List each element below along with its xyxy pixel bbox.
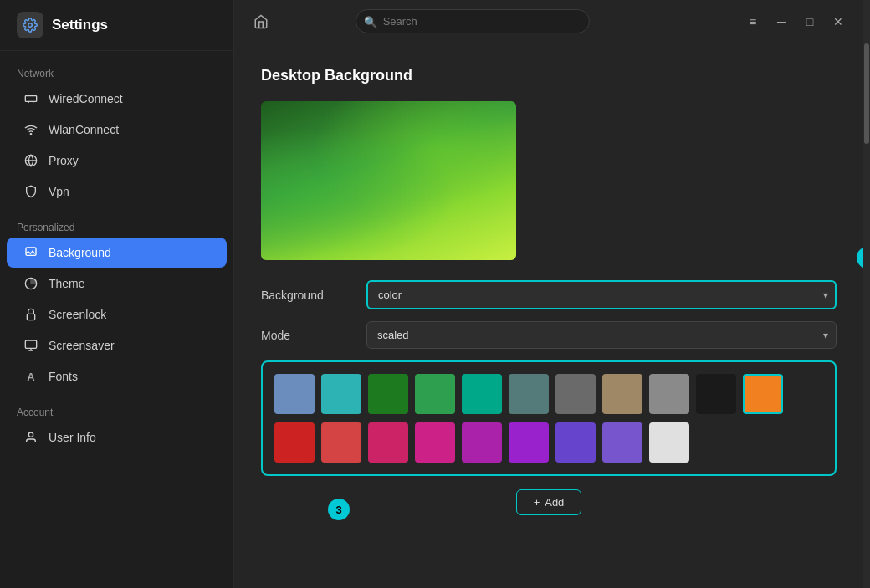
theme-label: Theme (49, 277, 85, 290)
color-swatch[interactable] (462, 374, 502, 414)
svg-rect-1 (25, 96, 36, 102)
add-icon: + (534, 496, 540, 509)
color-swatch[interactable] (415, 422, 455, 463)
search-icon: 🔍 (364, 15, 377, 28)
page-title: Desktop Background (261, 67, 837, 84)
background-select-wrap: color image slideshow ▾ (366, 280, 837, 309)
sidebar-item-wlanconnect[interactable]: WlanConnect (7, 115, 227, 145)
color-swatch[interactable] (509, 374, 549, 414)
scrollbar[interactable] (863, 0, 870, 588)
sidebar: Settings Network WiredConnect (0, 0, 234, 588)
sidebar-item-proxy[interactable]: Proxy 1 (7, 146, 227, 176)
app-icon (17, 12, 44, 38)
annotation-bubble-3: 3 (328, 499, 350, 520)
color-swatch[interactable] (462, 422, 502, 463)
color-swatch[interactable] (649, 374, 689, 414)
color-swatch[interactable] (602, 422, 642, 463)
background-label: Background (49, 246, 111, 259)
screenlock-label: Screenlock (49, 308, 106, 321)
mode-select[interactable]: scaled stretched centered tiled (366, 321, 837, 349)
svg-rect-6 (27, 314, 34, 320)
app-title: Settings (52, 17, 108, 33)
mode-form-row: Mode scaled stretched centered tiled ▾ (261, 321, 837, 349)
sidebar-header: Settings (0, 0, 233, 51)
background-icon (23, 245, 38, 260)
desktop-preview-image (261, 101, 516, 260)
wiredconnect-label: WiredConnect (49, 92, 123, 105)
vpn-label: Vpn (49, 185, 69, 198)
color-row-2 (274, 422, 823, 463)
menu-button[interactable]: ≡ (741, 10, 765, 33)
color-swatch[interactable] (368, 374, 408, 414)
svg-rect-7 (25, 340, 36, 348)
background-form-row: Background color image slideshow ▾ 2 (261, 280, 837, 309)
screenlock-icon (23, 307, 38, 322)
color-row-1 (274, 374, 823, 414)
color-swatch[interactable] (649, 422, 689, 463)
sidebar-item-wiredconnect[interactable]: WiredConnect (7, 84, 227, 114)
sidebar-item-background[interactable]: Background (7, 238, 227, 268)
color-swatch[interactable] (602, 374, 642, 414)
userinfo-icon (23, 430, 38, 445)
fonts-label: Fonts (49, 370, 78, 383)
add-label: Add (545, 496, 564, 509)
color-swatch[interactable] (509, 422, 549, 463)
svg-point-8 (28, 432, 33, 437)
sidebar-item-screenlock[interactable]: Screenlock (7, 299, 227, 330)
search-input[interactable] (356, 9, 590, 33)
home-button[interactable] (248, 8, 274, 35)
sidebar-item-userinfo[interactable]: User Info (7, 422, 227, 453)
color-swatch[interactable] (696, 374, 736, 414)
scroll-thumb (864, 43, 869, 144)
color-swatch[interactable] (555, 374, 596, 414)
color-swatch[interactable] (321, 374, 361, 414)
userinfo-label: User Info (49, 431, 96, 444)
mode-select-wrap: scaled stretched centered tiled ▾ (366, 321, 837, 349)
section-label-account: Account (0, 398, 233, 422)
wiredconnect-icon (23, 91, 38, 106)
color-swatch[interactable] (368, 422, 408, 463)
color-swatch[interactable] (555, 422, 596, 463)
minimize-button[interactable]: ─ (770, 10, 793, 33)
desktop-preview (261, 101, 516, 260)
color-grid (261, 360, 837, 476)
sidebar-item-theme[interactable]: Theme (7, 268, 227, 299)
color-swatch[interactable] (274, 374, 315, 414)
sidebar-nav: Network WiredConnect WlanConne (0, 51, 233, 588)
search-bar: 🔍 (356, 9, 590, 33)
background-select[interactable]: color image slideshow (366, 280, 837, 309)
window-controls: ≡ ─ □ ✕ (741, 10, 850, 33)
wlanconnect-label: WlanConnect (49, 123, 119, 136)
fonts-icon: A (23, 369, 38, 384)
sidebar-item-screensaver[interactable]: Screensaver (7, 330, 227, 360)
wifi-icon (23, 122, 38, 137)
sidebar-item-vpn[interactable]: Vpn (7, 176, 227, 207)
section-label-network: Network (0, 59, 233, 83)
add-btn-row: 3 + Add (261, 489, 837, 515)
proxy-label: Proxy (49, 154, 79, 167)
main-content: Desktop Background Background color imag… (234, 43, 863, 588)
color-swatch[interactable] (415, 374, 455, 414)
vpn-icon (23, 184, 38, 199)
section-label-personalized: Personalized (0, 213, 233, 237)
svg-point-0 (28, 23, 33, 28)
color-swatch[interactable] (274, 422, 315, 463)
main-panel: 🔍 ≡ ─ □ ✕ Desktop Background Backgr (234, 0, 863, 588)
theme-icon (23, 276, 38, 291)
color-swatch[interactable] (743, 374, 783, 414)
svg-point-2 (30, 134, 31, 135)
screensaver-icon (23, 338, 38, 353)
annotation-bubble-2: 2 (857, 247, 863, 268)
color-swatch[interactable] (321, 422, 361, 463)
sidebar-item-fonts[interactable]: A Fonts (7, 361, 227, 391)
close-button[interactable]: ✕ (826, 10, 850, 33)
maximize-button[interactable]: □ (798, 10, 821, 33)
titlebar: 🔍 ≡ ─ □ ✕ (234, 0, 863, 43)
add-color-button[interactable]: + Add (516, 489, 582, 515)
proxy-icon (23, 153, 38, 168)
background-field-label: Background (261, 289, 353, 302)
mode-field-label: Mode (261, 329, 353, 342)
screensaver-label: Screensaver (49, 339, 115, 352)
